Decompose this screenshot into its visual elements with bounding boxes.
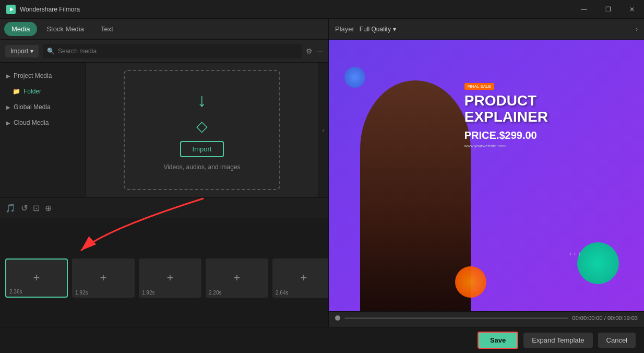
expand-template-button[interactable]: Expand Template <box>523 333 592 348</box>
collapse-chevron-icon: ‹ <box>323 127 324 133</box>
cloud-media-chevron-icon: ▶ <box>6 120 10 126</box>
clip-add-icon-1: + <box>100 271 107 285</box>
current-time-display: 00:00:00:00 / 00:00:19:03 <box>573 315 638 321</box>
clip-add-icon-2: + <box>167 271 174 285</box>
quality-selector[interactable]: Full Quality ▾ <box>360 26 396 33</box>
save-button[interactable]: Save <box>478 332 518 349</box>
add-track-icon[interactable]: 🎵 <box>5 203 16 213</box>
main-layout: Media Stock Media Text Import ▾ 🔍 ⚙ ··· <box>0 19 644 353</box>
blob-orange <box>455 266 486 298</box>
clip-duration-1: 1.92s <box>75 290 88 296</box>
search-input[interactable] <box>58 48 297 55</box>
sidebar-folder-label: Folder <box>23 88 41 95</box>
content-area: ▶ Project Media 📁 Folder ▶ Global Media … <box>0 63 328 197</box>
clip-add-icon-4: + <box>301 271 307 285</box>
preview-canvas: FINAL SALE PRODUCT EXPLAINER PRICE.$299.… <box>329 40 644 311</box>
import-label: Import <box>10 48 28 55</box>
import-zone-button[interactable]: Import <box>180 141 224 157</box>
clip-add-icon-0: + <box>33 271 40 285</box>
sidebar: ▶ Project Media 📁 Folder ▶ Global Media … <box>0 63 86 197</box>
sidebar-project-media-label: Project Media <box>14 72 52 79</box>
maximize-button[interactable]: ❐ <box>596 0 620 19</box>
blob-blue <box>344 67 365 88</box>
preview-headline: PRODUCT EXPLAINER <box>464 93 628 125</box>
total-time: 00:00:19:03 <box>607 315 638 321</box>
clip-duration-2: 1.92s <box>142 290 154 296</box>
preview-sale-badge: FINAL SALE <box>464 83 494 90</box>
import-button[interactable]: Import ▾ <box>5 45 39 57</box>
sidebar-cloud-media-label: Cloud Media <box>14 119 49 126</box>
clip-duration-3: 2.20s <box>209 290 221 296</box>
sidebar-item-project-media[interactable]: ▶ Project Media <box>0 68 86 84</box>
clip-1[interactable]: + 1.92s <box>72 258 135 298</box>
progress-track[interactable] <box>344 317 568 319</box>
tab-stock-media[interactable]: Stock Media <box>39 22 91 36</box>
search-icon: 🔍 <box>47 48 55 55</box>
preview-price: PRICE.$299.00 <box>464 130 628 142</box>
preview-website: www.yourwebsite.com <box>464 144 628 148</box>
crop-icon[interactable]: ⊡ <box>33 203 40 213</box>
player-label: Player <box>335 25 354 33</box>
import-chevron-icon: ▾ <box>30 48 33 55</box>
preview-person <box>360 80 470 311</box>
titlebar: Wondershare Filmora — ❐ ✕ <box>0 0 644 19</box>
time-separator: / <box>604 315 606 321</box>
clip-3[interactable]: + 2.20s <box>206 258 268 298</box>
right-panel: Player Full Quality ▾ › FINAL SALE PRODU… <box>329 19 644 353</box>
sidebar-item-folder[interactable]: 📁 Folder <box>0 84 86 99</box>
split-icon[interactable]: ⊕ <box>45 203 52 213</box>
clip-0[interactable]: + 2.36s <box>5 258 68 298</box>
toolbar-icons: ⚙ ··· <box>306 47 323 55</box>
tab-bar: Media Stock Media Text <box>0 19 328 40</box>
sidebar-global-media-label: Global Media <box>14 103 51 111</box>
minimize-button[interactable]: — <box>572 0 596 19</box>
scroll-right-icon: › <box>636 26 638 33</box>
left-panel: Media Stock Media Text Import ▾ 🔍 ⚙ ··· <box>0 19 329 353</box>
sidebar-project-chevron-icon: ▶ <box>6 73 10 79</box>
more-options-icon[interactable]: ··· <box>317 47 323 55</box>
drop-zone: ↓ ◇ Import Videos, audios, and images <box>124 70 280 190</box>
clip-duration-4: 2.64s <box>276 290 288 296</box>
quality-label: Full Quality <box>360 26 391 33</box>
progress-bar-row: 00:00:00:00 / 00:00:19:03 <box>335 315 638 321</box>
timeline-clips: + 2.36s + 1.92s + 1.92s + 2.20s + 2.64 <box>0 218 328 337</box>
window-controls: — ❐ ✕ <box>572 0 644 19</box>
folder-icon: 📁 <box>13 88 20 95</box>
clip-duration-0: 2.36s <box>9 289 22 295</box>
video-preview: FINAL SALE PRODUCT EXPLAINER PRICE.$299.… <box>329 40 644 311</box>
filmora-logo-icon: ◇ <box>196 117 208 135</box>
clip-add-icon-3: + <box>234 271 241 285</box>
quality-chevron-icon: ▾ <box>393 26 396 33</box>
action-bar: Save Expand Template Cancel <box>0 327 644 353</box>
current-time: 00:00:00:00 <box>573 315 603 321</box>
player-header: Player Full Quality ▾ › <box>329 19 644 40</box>
filter-icon[interactable]: ⚙ <box>306 47 313 55</box>
preview-headline-line1: PRODUCT <box>464 93 628 109</box>
sidebar-item-global-media[interactable]: ▶ Global Media <box>0 99 86 115</box>
bottom-toolbar: 🎵 ↺ ⊡ ⊕ <box>0 197 328 218</box>
playhead-indicator[interactable] <box>335 315 340 321</box>
blob-green <box>577 242 619 284</box>
app-logo-icon <box>6 5 16 14</box>
clip-2[interactable]: + 1.92s <box>139 258 201 298</box>
close-button[interactable]: ✕ <box>620 0 644 19</box>
clip-4[interactable]: + 2.64s <box>272 258 328 298</box>
undo-icon[interactable]: ↺ <box>21 203 28 213</box>
preview-text-area: FINAL SALE PRODUCT EXPLAINER PRICE.$299.… <box>464 80 628 148</box>
tab-media[interactable]: Media <box>4 22 37 36</box>
media-toolbar: Import ▾ 🔍 ⚙ ··· <box>0 40 328 63</box>
collapse-panel-button[interactable]: ‹ <box>318 63 328 197</box>
preview-headline-line2: EXPLAINER <box>464 109 628 125</box>
preview-dots: + + + <box>569 251 581 257</box>
global-media-chevron-icon: ▶ <box>6 104 10 110</box>
media-drop-area: ↓ ◇ Import Videos, audios, and images <box>86 63 318 197</box>
cancel-button[interactable]: Cancel <box>598 333 636 348</box>
tab-text[interactable]: Text <box>93 22 121 36</box>
app-title: Wondershare Filmora <box>20 6 80 13</box>
sidebar-item-cloud-media[interactable]: ▶ Cloud Media <box>0 115 86 131</box>
drop-arrow-icon: ↓ <box>197 89 207 111</box>
drop-zone-subtitle: Videos, audios, and images <box>163 163 240 171</box>
search-box: 🔍 <box>43 44 302 58</box>
